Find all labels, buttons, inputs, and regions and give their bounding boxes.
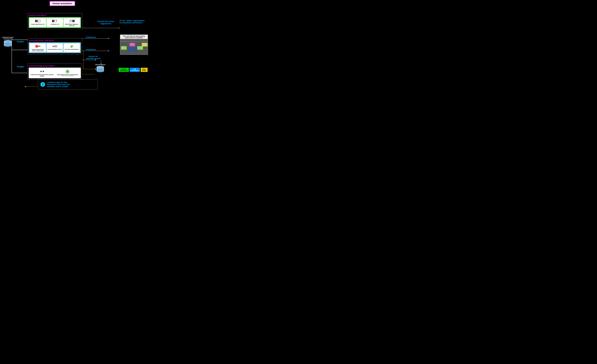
- predictions-bottom-label: Predictions: [86, 49, 96, 51]
- svg-point-45: [97, 66, 104, 68]
- svg-marker-10: [108, 50, 110, 51]
- svg-rect-32: [122, 46, 126, 49]
- svg-marker-5: [119, 27, 120, 29]
- one-shot-icon: 🧩: [64, 44, 79, 49]
- edit-annotations-button[interactable]: Edit Annotations: [130, 68, 140, 72]
- labeled-images-label: labeled Images: [95, 64, 105, 65]
- one-shot-block: 🧩 One Shot Classification: [64, 43, 80, 52]
- ebs-sublabel: Elastic Block Store Amazon: [56, 75, 79, 76]
- info-text: Labeled images for fine tuning the visio…: [47, 81, 70, 87]
- svg-rect-34: [130, 43, 134, 46]
- visual-qa-label: VisualQA LLM: [47, 23, 62, 25]
- human-annotators-box: Human annotators: [49, 1, 75, 6]
- active-learning-icon: [56, 69, 79, 74]
- multi-modal-icon: 🎵🖼: [64, 19, 79, 23]
- annotations-box: Text , labels, segmentation annotations …: [120, 20, 147, 24]
- info-box: i Labeled images for fine tuning the vis…: [38, 79, 98, 90]
- svg-marker-19: [24, 86, 26, 87]
- svg-rect-36: [138, 46, 142, 49]
- visual-qa-icon: 🖼❓: [47, 19, 62, 23]
- active-learning-block: Image-based Active Learning (PaLI) Elast…: [55, 69, 80, 77]
- pose-estimation-block: ▭⬡ Pose Estimation (YOLO): [47, 43, 63, 52]
- svg-rect-38: [142, 43, 147, 46]
- show-similar-button[interactable]: Show Similar: [141, 68, 148, 72]
- self-supervised-block: ✦✦ Image-based Self Supervised Learning …: [30, 69, 54, 77]
- svg-rect-30: [133, 47, 137, 52]
- unlabeled-data-label: Unlabeled Image Training Data: [0, 37, 16, 40]
- active-learning-label: Image-based Active Learning (PaLI): [56, 74, 79, 75]
- info-icon: i: [40, 82, 45, 87]
- vision-block-inner: 🖼💬 Image Captioning LLM 🖼❓ VisualQA LLM …: [29, 17, 81, 28]
- vision-block-title: Vision-to-Text Block: [29, 14, 81, 16]
- image-captioning-label: Image Captioning LLM: [30, 23, 45, 25]
- diagram-container: Human annotators Unlabeled Image Trainin…: [0, 0, 149, 91]
- semantic-block-title: Semantic Image Search Block: [29, 65, 81, 67]
- self-supervised-label: Image-based Self Supervised Learning (IJ…: [30, 74, 54, 77]
- semantic-block-inner: ✦✦ Image-based Self Supervised Learning …: [29, 68, 81, 78]
- database-icon: [3, 40, 12, 47]
- camera-caption: Four cars and two open parking spots inf…: [120, 35, 148, 39]
- vision-to-text-block: Vision-to-Text Block 🖼💬 Image Captioning…: [27, 13, 82, 29]
- pretrained-vision-task-block: Pretrained Vision Task Block 🔴✂ Image Se…: [27, 38, 82, 54]
- labeled-database-icon: [96, 66, 105, 73]
- accept-annotations-button[interactable]: Accept Annotations: [119, 68, 129, 72]
- multi-modal-block: 🎵🖼 Multi-Modal Alignment (OneLM): [64, 18, 80, 27]
- vision-task-inner: 🔴✂ Image Segmentation (YOLO, Detectron2)…: [29, 42, 81, 53]
- svg-point-26: [4, 40, 12, 43]
- action-buttons-container: Accept Annotations Edit Annotations Show…: [119, 68, 148, 72]
- parking-scene-svg: [120, 39, 148, 54]
- predictions-top-label: Predictions: [86, 36, 96, 38]
- image-captioning-block: 🖼💬 Image Captioning LLM: [30, 18, 46, 27]
- pose-estimation-label: Pose Estimation (YOLO): [47, 49, 62, 50]
- pose-estimation-icon: ▭⬡: [47, 44, 62, 49]
- image-captioning-icon: 🖼💬: [30, 19, 45, 23]
- svg-rect-29: [128, 47, 132, 52]
- ebs-icon-svg: [65, 70, 70, 74]
- multi-modal-label: Multi-Modal Alignment (OneLM): [64, 23, 79, 26]
- segmentation-block: 🔴✂ Image Segmentation (YOLO, Detectron2): [30, 43, 46, 52]
- vectors-label: Vectors for semantic search: [86, 55, 100, 60]
- images-label-bottom: Images: [17, 66, 24, 68]
- textual-visual-suggestions: Textual and visual suggestions: [94, 20, 117, 25]
- segmentation-icon: 🔴✂: [30, 44, 45, 49]
- labeled-images-container: labeled Images: [95, 64, 105, 74]
- vision-task-title: Pretrained Vision Task Block: [29, 39, 81, 42]
- one-shot-label: One Shot Classification: [64, 49, 79, 50]
- camera-image-box: Four cars and two open parking spots inf…: [120, 35, 148, 55]
- images-label-top: Images: [17, 40, 24, 43]
- parking-lot-image: [120, 39, 148, 54]
- visual-qa-block: 🖼❓ VisualQA LLM: [47, 18, 63, 27]
- self-supervised-icon: ✦✦: [30, 69, 54, 74]
- semantic-image-search-block: Semantic Image Search Block ✦✦ Image-bas…: [27, 63, 82, 80]
- svg-marker-8: [108, 38, 110, 39]
- unlabeled-data-container: Unlabeled Image Training Data: [0, 37, 16, 48]
- segmentation-label: Image Segmentation (YOLO, Detectron2): [30, 49, 45, 51]
